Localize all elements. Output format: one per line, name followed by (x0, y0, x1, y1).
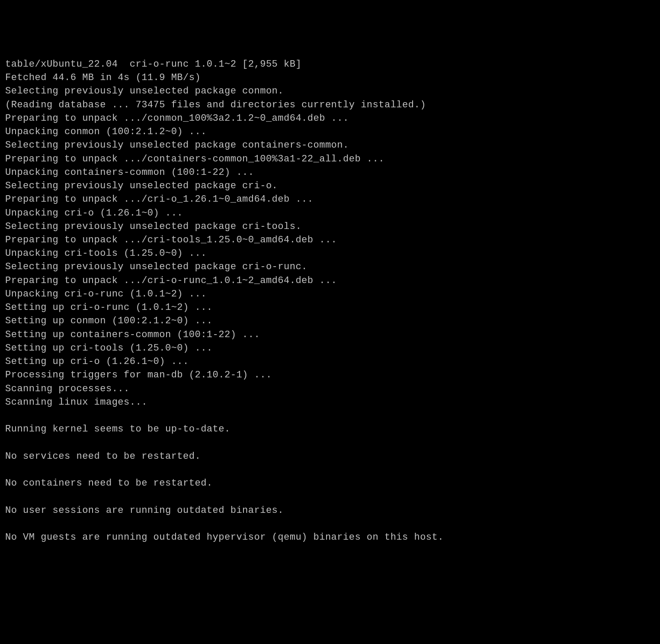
terminal-line: Scanning processes... (5, 382, 655, 396)
terminal-line: Preparing to unpack .../cri-o-runc_1.0.1… (5, 274, 655, 287)
terminal-line (5, 409, 655, 422)
terminal-line: Unpacking cri-o-runc (1.0.1~2) ... (5, 287, 655, 301)
terminal-line: Preparing to unpack .../cri-tools_1.25.0… (5, 233, 655, 247)
terminal-line: Preparing to unpack .../cri-o_1.26.1~0_a… (5, 193, 655, 206)
terminal-line: Unpacking cri-o (1.26.1~0) ... (5, 206, 655, 220)
terminal-line: No containers need to be restarted. (5, 477, 655, 490)
terminal-line: Selecting previously unselected package … (5, 220, 655, 233)
terminal-line: Fetched 44.6 MB in 4s (11.9 MB/s) (5, 71, 655, 84)
terminal-line: Preparing to unpack .../containers-commo… (5, 152, 655, 166)
terminal-line: Setting up cri-o-runc (1.0.1~2) ... (5, 301, 655, 314)
terminal-line: No VM guests are running outdated hyperv… (5, 531, 655, 544)
terminal-line: Selecting previously unselected package … (5, 260, 655, 274)
terminal-line: Setting up cri-o (1.26.1~0) ... (5, 355, 655, 368)
terminal-line: Processing triggers for man-db (2.10.2-1… (5, 368, 655, 382)
terminal-line (5, 490, 655, 503)
terminal-line: Scanning linux images... (5, 396, 655, 409)
terminal-line: Unpacking conmon (100:2.1.2~0) ... (5, 125, 655, 138)
terminal-line: (Reading database ... 73475 files and di… (5, 98, 655, 112)
terminal-line: Selecting previously unselected package … (5, 84, 655, 98)
terminal-line: Setting up conmon (100:2.1.2~0) ... (5, 314, 655, 328)
terminal-line (5, 436, 655, 450)
terminal-line: No services need to be restarted. (5, 450, 655, 463)
terminal-line: Running kernel seems to be up-to-date. (5, 422, 655, 436)
terminal-line (5, 463, 655, 477)
terminal-output[interactable]: table/xUbuntu_22.04 cri-o-runc 1.0.1~2 [… (5, 58, 655, 544)
terminal-line: Preparing to unpack .../conmon_100%3a2.1… (5, 112, 655, 125)
terminal-line: Selecting previously unselected package … (5, 138, 655, 152)
terminal-line: Setting up cri-tools (1.25.0~0) ... (5, 341, 655, 355)
terminal-line: No user sessions are running outdated bi… (5, 504, 655, 517)
terminal-line: Setting up containers-common (100:1-22) … (5, 328, 655, 341)
terminal-line: Selecting previously unselected package … (5, 179, 655, 193)
terminal-line: Unpacking containers-common (100:1-22) .… (5, 166, 655, 179)
terminal-line (5, 517, 655, 531)
terminal-line: Unpacking cri-tools (1.25.0~0) ... (5, 247, 655, 260)
terminal-line: table/xUbuntu_22.04 cri-o-runc 1.0.1~2 [… (5, 58, 655, 71)
